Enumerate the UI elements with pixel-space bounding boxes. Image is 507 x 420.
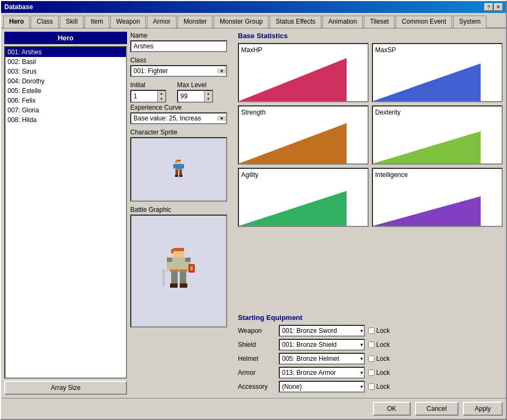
helmet-select[interactable]: 005: Bronze Helmet [279,353,365,365]
armor-lock-row: Lock [368,369,390,376]
stat-label-maxsp: MaxSP [375,46,499,54]
shield-lock-label: Lock [376,341,390,348]
svg-marker-34 [239,191,347,226]
battle-sprite [163,247,195,295]
stat-box-strength[interactable]: Strength [238,105,369,165]
help-btn[interactable]: ? [484,3,493,11]
cancel-button[interactable]: Cancel [415,402,459,416]
list-item[interactable]: 007: Gloria [5,105,126,115]
agility-chart [239,183,347,226]
tab-armor[interactable]: Armor [147,16,177,28]
svg-rect-21 [163,269,165,286]
shield-select[interactable]: 001: Bronze Shield [279,339,365,351]
helmet-lock-label: Lock [376,355,390,362]
tab-hero[interactable]: Hero [3,16,30,28]
tab-tileset[interactable]: Tileset [364,16,395,28]
starting-equipment-section: Starting Equipment Weapon 001: Bronze Sw… [238,314,503,395]
accessory-lock-checkbox[interactable] [368,383,375,390]
helmet-select-wrapper: 005: Bronze Helmet [279,353,365,365]
tab-class[interactable]: Class [31,16,59,28]
accessory-select[interactable]: (None) [279,381,365,393]
initial-up-btn[interactable]: ▲ [158,91,165,96]
hero-list[interactable]: 001: Arshes 002: Basil 003: Sirus 004: D… [4,46,127,379]
svg-rect-15 [171,249,173,253]
accessory-select-wrapper: (None) [279,381,365,393]
ok-button[interactable]: OK [373,402,411,416]
list-item[interactable]: 006: Felix [5,96,126,105]
stat-box-maxsp[interactable]: MaxSP [372,43,503,102]
shield-lock-checkbox[interactable] [368,341,375,348]
stat-box-dexterity[interactable]: Dexterity [372,105,503,165]
content-area: Name Class 001: Fighter [130,32,503,395]
armor-lock-checkbox[interactable] [368,369,375,376]
tab-animation[interactable]: Animation [322,16,363,28]
equip-row-armor: Armor 013: Bronze Armor Lock [238,367,503,379]
exp-label: Experience Curve [130,104,233,111]
svg-marker-32 [239,123,347,163]
list-item[interactable]: 004: Dorothy [5,76,126,86]
svg-marker-31 [373,63,481,101]
tab-common-event[interactable]: Common Event [396,16,452,28]
max-level-section: Max Level ▲ ▼ [177,81,213,103]
tab-skill[interactable]: Skill [60,16,83,28]
helmet-lock-checkbox[interactable] [368,355,375,362]
max-level-up-btn[interactable]: ▲ [205,91,212,96]
svg-marker-30 [239,58,347,101]
svg-rect-5 [182,164,184,168]
svg-rect-26 [180,270,186,283]
initial-spin-btns: ▲ ▼ [157,90,166,103]
equip-label-helmet: Helmet [238,355,276,362]
list-item[interactable]: 005: Estelle [5,86,126,96]
shield-select-wrapper: 001: Bronze Shield [279,339,365,351]
list-item[interactable]: 001: Arshes [5,47,126,57]
tab-system[interactable]: System [453,16,487,28]
battle-graphic-box[interactable] [130,215,227,328]
battle-section: Battle Graphic [130,206,233,328]
class-select[interactable]: 001: Fighter [130,65,227,77]
character-sprite [172,160,185,179]
left-panel: Hero 001: Arshes 002: Basil 003: Sirus 0… [4,32,127,395]
stat-box-maxhp[interactable]: MaxHP [238,43,369,102]
exp-select-wrapper: Base value: 25, Increas [130,112,227,124]
left-form: Name Class 001: Fighter [130,32,233,395]
stat-box-intelligence[interactable]: Intelligence [372,168,503,227]
armor-lock-label: Lock [376,369,390,376]
stat-box-agility[interactable]: Agility [238,168,369,227]
tab-monster[interactable]: Monster [178,16,213,28]
max-level-down-btn[interactable]: ▼ [205,96,212,102]
character-sprite-box[interactable] [130,137,227,202]
svg-rect-7 [182,168,184,170]
initial-down-btn[interactable]: ▼ [158,96,165,102]
initial-section: Initial ▲ ▼ [130,81,166,103]
close-btn[interactable]: ✕ [494,3,503,11]
weapon-lock-label: Lock [376,327,390,334]
armor-select-wrapper: 013: Bronze Armor [279,367,365,379]
name-input[interactable] [130,40,227,52]
tab-item[interactable]: Item [84,16,109,28]
max-level-input[interactable] [177,90,204,103]
svg-rect-14 [173,248,184,251]
list-item[interactable]: 003: Sirus [5,67,126,76]
list-item[interactable]: 008: Hilda [5,115,126,125]
tab-monster-group[interactable]: Monster Group [214,16,269,28]
weapon-lock-checkbox[interactable] [368,328,375,334]
initial-input[interactable] [130,90,157,103]
title-bar: Database ? ✕ [1,1,506,13]
sprite-label: Character Sprite [130,129,233,136]
accessory-lock-row: Lock [368,383,390,390]
max-level-spin-btns: ▲ ▼ [204,90,213,103]
array-size-button[interactable]: Array Size [4,381,127,395]
tab-weapon[interactable]: Weapon [110,16,146,28]
exp-select[interactable]: Base value: 25, Increas [130,112,227,124]
apply-button[interactable]: Apply [463,402,503,416]
armor-select[interactable]: 013: Bronze Armor [279,367,365,379]
battle-label: Battle Graphic [130,206,233,213]
svg-marker-35 [373,196,481,226]
weapon-select[interactable]: 001: Bronze Sword [279,325,365,337]
svg-rect-19 [167,262,171,270]
list-item[interactable]: 002: Basil [5,57,126,67]
dexterity-chart [373,120,481,163]
tab-status-effects[interactable]: Status Effects [270,16,321,28]
svg-rect-17 [167,258,172,262]
svg-rect-2 [175,161,177,163]
